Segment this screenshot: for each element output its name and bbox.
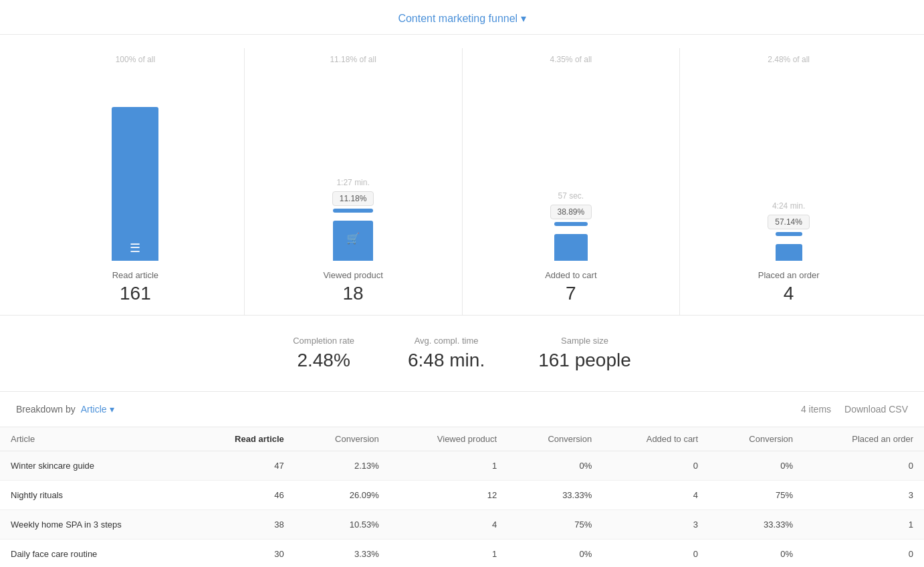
breakdown-selector[interactable]: Article ▾ [81, 404, 114, 415]
stat-sample-size: Sample size 161 people [538, 336, 631, 371]
cell-placed-an-order: 0 [804, 451, 924, 481]
col-article: Article [0, 427, 192, 451]
step3-bar-line [554, 222, 588, 226]
col-conv2: Conversion [507, 427, 602, 451]
funnel-title-link[interactable]: Content marketing funnel ▾ [398, 13, 526, 24]
cell-conv3: 0% [709, 451, 804, 481]
step2-bar: 🛒 [333, 221, 373, 261]
cell-article: Daily face care routine [0, 540, 192, 568]
step3-count: 7 [566, 283, 576, 304]
step1-count: 161 [120, 283, 151, 304]
cell-conv1: 10.53% [295, 510, 390, 540]
cell-conv1: 3.33% [295, 540, 390, 568]
col-conv1: Conversion [295, 427, 390, 451]
breakdown-label: Breakdown by [16, 404, 76, 415]
cell-placed-an-order: 0 [804, 540, 924, 568]
step2-badge: 11.18% [332, 191, 374, 206]
col-added-to-cart: Added to cart [602, 427, 709, 451]
step2-count: 18 [343, 283, 364, 304]
cell-added-to-cart: 0 [602, 540, 709, 568]
avg-compl-time-value: 6:48 min. [408, 350, 485, 371]
cell-viewed-product: 12 [390, 481, 507, 510]
stat-completion-rate: Completion rate 2.48% [293, 336, 354, 371]
step3-time: 57 sec. [558, 191, 584, 201]
cell-viewed-product: 4 [390, 510, 507, 540]
step2-bar-area: 1:27 min. 11.18% 🛒 [251, 87, 455, 261]
breakdown-left: Breakdown by Article ▾ [16, 404, 114, 415]
funnel-step-viewed-product: 11.18% of all 1:27 min. 11.18% 🛒 Viewed … [245, 48, 463, 315]
table-row: Weekly home SPA in 3 steps 38 10.53% 4 7… [0, 510, 924, 540]
step2-time: 1:27 min. [336, 178, 369, 187]
col-read-article: Read article [192, 427, 295, 451]
step1-bar-area: ☰ [33, 87, 237, 261]
cell-viewed-product: 1 [390, 540, 507, 568]
cell-placed-an-order: 1 [804, 510, 924, 540]
cell-read-article: 38 [192, 510, 295, 540]
col-viewed-product: Viewed product [390, 427, 507, 451]
step3-badge: 38.89% [550, 205, 592, 219]
cell-added-to-cart: 0 [602, 451, 709, 481]
cell-read-article: 30 [192, 540, 295, 568]
cell-read-article: 47 [192, 451, 295, 481]
step4-bar [776, 244, 802, 261]
step4-bar-line [776, 232, 802, 236]
avg-compl-time-label: Avg. compl. time [408, 336, 485, 346]
items-count: 4 items [801, 404, 831, 415]
cell-added-to-cart: 3 [602, 510, 709, 540]
download-csv-button[interactable]: Download CSV [844, 404, 908, 415]
step3-label: Added to cart [545, 270, 596, 280]
step3-top-label: 4.35% of all [550, 55, 592, 64]
funnel-title-chevron: ▾ [521, 13, 526, 24]
table-row: Winter skincare guide 47 2.13% 1 0% 0 0%… [0, 451, 924, 481]
step4-badge: 57.14% [768, 215, 810, 229]
step2-badge-area: 11.18% [332, 191, 374, 213]
cell-article: Winter skincare guide [0, 451, 192, 481]
funnel-step-placed-an-order: 2.48% of all 4:24 min. 57.14% Placed an … [680, 48, 897, 315]
stats-row: Completion rate 2.48% Avg. compl. time 6… [0, 316, 924, 392]
funnel-chart: 100% of all ☰ Read article 161 11.18% of… [0, 35, 924, 316]
step1-label: Read article [112, 270, 158, 280]
table-row: Nightly rituals 46 26.09% 12 33.33% 4 75… [0, 481, 924, 510]
cell-article: Nightly rituals [0, 481, 192, 510]
step2-cart-icon: 🛒 [346, 232, 360, 245]
step2-bar-line [333, 209, 373, 213]
table-row: Daily face care routine 30 3.33% 1 0% 0 … [0, 540, 924, 568]
sample-size-label: Sample size [538, 336, 631, 346]
step4-top-label: 2.48% of all [768, 55, 810, 64]
cell-viewed-product: 1 [390, 451, 507, 481]
cell-conv3: 0% [709, 540, 804, 568]
cell-added-to-cart: 4 [602, 481, 709, 510]
table-body: Winter skincare guide 47 2.13% 1 0% 0 0%… [0, 451, 924, 568]
step4-badge-area: 57.14% [768, 215, 810, 236]
step4-time: 4:24 min. [772, 201, 805, 211]
sample-size-value: 161 people [538, 350, 631, 371]
col-conv3: Conversion [709, 427, 804, 451]
step4-count: 4 [784, 283, 794, 304]
table-header-row: Article Read article Conversion Viewed p… [0, 427, 924, 451]
funnel-step-read-article: 100% of all ☰ Read article 161 [27, 48, 245, 315]
breakdown-header: Breakdown by Article ▾ 4 items Download … [0, 392, 924, 427]
step4-label: Placed an order [758, 270, 820, 280]
step4-bar-area: 4:24 min. 57.14% [687, 87, 891, 261]
funnel-title-text: Content marketing funnel [398, 13, 517, 24]
step3-badge-area: 38.89% [550, 205, 592, 226]
breakdown-selector-text: Article [81, 404, 107, 415]
completion-rate-label: Completion rate [293, 336, 354, 346]
step2-label: Viewed product [323, 270, 382, 280]
breakdown-chevron: ▾ [110, 404, 114, 415]
col-placed-an-order: Placed an order [804, 427, 924, 451]
cell-article: Weekly home SPA in 3 steps [0, 510, 192, 540]
cell-placed-an-order: 3 [804, 481, 924, 510]
step1-top-label: 100% of all [116, 55, 155, 64]
cell-conv2: 0% [507, 451, 602, 481]
funnel-step-added-to-cart: 4.35% of all 57 sec. 38.89% Added to car… [463, 48, 681, 315]
breakdown-right: 4 items Download CSV [801, 404, 908, 415]
cell-read-article: 46 [192, 481, 295, 510]
step1-icon: ☰ [130, 241, 140, 255]
step1-bar: ☰ [112, 107, 158, 261]
stat-avg-compl-time: Avg. compl. time 6:48 min. [408, 336, 485, 371]
cell-conv1: 2.13% [295, 451, 390, 481]
funnel-title-bar: Content marketing funnel ▾ [0, 0, 924, 35]
completion-rate-value: 2.48% [293, 350, 354, 371]
cell-conv2: 33.33% [507, 481, 602, 510]
